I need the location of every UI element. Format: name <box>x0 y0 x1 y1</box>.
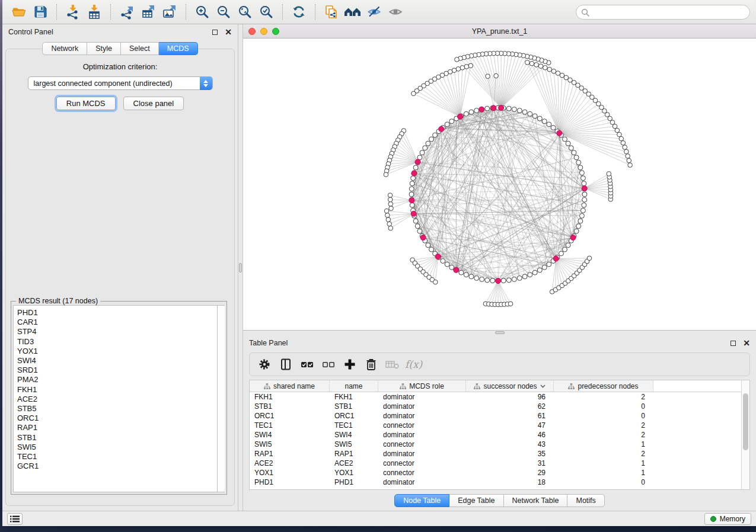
float-window-icon[interactable] <box>731 341 736 346</box>
table-row[interactable]: ACE2ACE2connector311 <box>250 459 749 468</box>
network-window-titlebar[interactable]: YPA_prune.txt_1 <box>243 24 756 39</box>
select-all-rows-button[interactable] <box>298 356 316 373</box>
mcds-result-item[interactable]: ACE2 <box>17 395 224 404</box>
tab-mcds[interactable]: MCDS <box>159 42 198 55</box>
search-input[interactable] <box>576 5 750 20</box>
close-panel-icon[interactable]: ✕ <box>743 341 750 346</box>
horizontal-splitter[interactable] <box>243 331 756 335</box>
zoom-in-button[interactable] <box>193 3 212 21</box>
table-cell[interactable]: 29 <box>466 469 554 477</box>
table-cell[interactable]: connector <box>378 459 466 467</box>
table-cell[interactable]: dominator <box>378 402 466 411</box>
table-row[interactable]: STB1STB1dominator620 <box>250 402 749 411</box>
table-cell[interactable]: 31 <box>466 459 554 467</box>
table-cell[interactable]: RAP1 <box>330 450 378 458</box>
add-column-button[interactable] <box>341 356 359 373</box>
deselect-all-rows-button[interactable] <box>320 356 337 373</box>
table-cell[interactable]: SWI5 <box>330 440 378 448</box>
tab-motifs[interactable]: Motifs <box>567 494 604 507</box>
import-table-button[interactable] <box>85 3 104 21</box>
table-cell[interactable]: 2 <box>554 431 653 439</box>
table-cell[interactable]: 96 <box>466 393 554 401</box>
table-cell[interactable]: RAP1 <box>250 450 330 458</box>
function-builder-button[interactable]: f(x) <box>405 358 422 370</box>
export-table-button[interactable] <box>139 3 158 21</box>
column-header-shared-name[interactable]: shared name <box>250 380 330 392</box>
table-cell[interactable]: dominator <box>378 431 466 439</box>
mcds-result-item[interactable]: RAP1 <box>17 423 224 432</box>
mcds-list-scrollbar[interactable] <box>217 305 225 492</box>
export-network-button[interactable] <box>117 3 136 21</box>
import-network-button[interactable] <box>63 3 82 21</box>
zoom-out-button[interactable] <box>214 3 233 21</box>
mcds-result-item[interactable]: ORC1 <box>17 414 224 423</box>
table-cell[interactable]: connector <box>378 469 466 477</box>
table-cell[interactable]: FKH1 <box>330 393 378 401</box>
mcds-result-item[interactable]: FKH1 <box>17 385 224 395</box>
column-header-name[interactable]: name <box>330 380 378 392</box>
table-cell[interactable]: 35 <box>466 450 554 458</box>
mcds-result-item[interactable]: SWI5 <box>17 443 224 452</box>
tab-network[interactable]: Network <box>42 42 87 55</box>
table-cell[interactable]: 61 <box>466 412 554 420</box>
network-canvas[interactable] <box>243 39 756 330</box>
table-cell[interactable]: 0 <box>554 402 653 411</box>
optimization-criterion-select[interactable]: largest connected component (undirected) <box>28 76 213 90</box>
table-cell[interactable]: SWI5 <box>250 440 330 448</box>
table-cell[interactable]: 1 <box>554 469 653 477</box>
table-cell[interactable]: ACE2 <box>250 459 330 467</box>
table-cell[interactable]: 62 <box>466 402 554 411</box>
table-cell[interactable]: 1 <box>554 440 653 448</box>
vertical-splitter[interactable] <box>238 24 243 511</box>
float-window-icon[interactable] <box>212 30 218 35</box>
table-cell[interactable]: 43 <box>466 440 554 448</box>
tab-node-table[interactable]: Node Table <box>394 494 449 507</box>
table-cell[interactable]: 1 <box>554 459 653 467</box>
export-image-button[interactable] <box>160 3 179 21</box>
save-session-button[interactable] <box>31 3 50 21</box>
table-cell[interactable]: connector <box>378 421 466 430</box>
mcds-result-item[interactable]: PHD1 <box>17 308 224 318</box>
table-cell[interactable]: 0 <box>554 478 653 486</box>
close-panel-button[interactable]: Close panel <box>123 97 184 110</box>
column-header-predecessor-nodes[interactable]: predecessor nodes <box>554 380 653 392</box>
table-cell[interactable]: dominator <box>378 393 466 401</box>
tab-network-table[interactable]: Network Table <box>504 494 568 507</box>
table-row[interactable]: SWI5SWI5connector431 <box>250 440 749 449</box>
mcds-result-item[interactable]: YOX1 <box>17 347 224 356</box>
table-cell[interactable]: STB1 <box>250 402 330 411</box>
open-file-button[interactable] <box>9 3 28 21</box>
table-settings-button[interactable] <box>256 356 273 373</box>
tab-style[interactable]: Style <box>87 42 121 55</box>
table-cell[interactable]: SWI4 <box>330 431 378 439</box>
mcds-result-item[interactable]: TEC1 <box>17 452 224 462</box>
table-cell[interactable]: ORC1 <box>250 412 330 420</box>
zoom-fit-button[interactable] <box>235 3 254 21</box>
table-cell[interactable]: ACE2 <box>330 459 378 467</box>
table-row[interactable]: FKH1FKH1dominator962 <box>250 392 749 402</box>
table-row[interactable]: YOX1YOX1connector291 <box>250 468 749 477</box>
mcds-result-item[interactable]: CAR1 <box>17 318 224 327</box>
table-row[interactable]: TEC1TEC1connector472 <box>250 421 749 430</box>
table-cell[interactable]: TEC1 <box>330 421 378 430</box>
delete-columns-button[interactable] <box>362 356 380 373</box>
run-mcds-button[interactable]: Run MCDS <box>56 97 116 110</box>
table-scrollbar[interactable] <box>741 380 749 489</box>
zoom-selected-button[interactable] <box>257 3 276 21</box>
mcds-result-item[interactable]: GCR1 <box>17 462 224 471</box>
table-row[interactable]: RAP1RAP1dominator352 <box>250 449 749 459</box>
mcds-result-item[interactable]: STP4 <box>17 327 224 336</box>
table-cell[interactable]: SWI4 <box>250 431 330 439</box>
table-cell[interactable]: 0 <box>554 412 653 420</box>
table-cell[interactable]: dominator <box>378 412 466 420</box>
table-cell[interactable]: 2 <box>554 421 653 430</box>
refresh-view-button[interactable] <box>289 3 308 21</box>
mcds-result-item[interactable]: STB1 <box>17 433 224 443</box>
table-cell[interactable]: 47 <box>466 421 554 430</box>
table-cell[interactable]: YOX1 <box>330 469 378 477</box>
delete-table-button[interactable] <box>384 356 401 373</box>
scrollbar-thumb[interactable] <box>743 393 748 450</box>
table-cell[interactable]: dominator <box>378 478 466 486</box>
first-neighbors-button[interactable] <box>343 3 362 21</box>
table-row[interactable]: ORC1ORC1dominator610 <box>250 411 749 421</box>
